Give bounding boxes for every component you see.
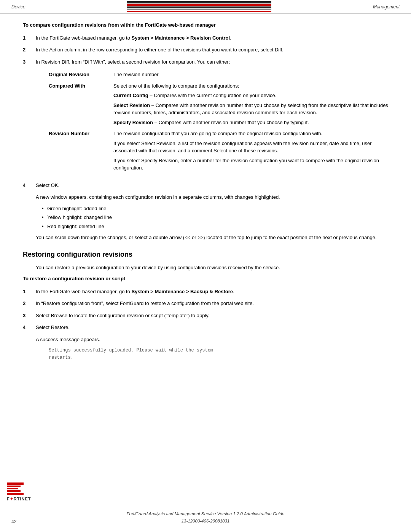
- restore-step-1-number: 1: [23, 288, 29, 296]
- step-3-number: 3: [23, 58, 29, 177]
- stripe-2: [127, 6, 271, 8]
- restore-step-1-content: In the FortiGate web-based manager, go t…: [36, 288, 388, 296]
- highlight-bullet-list: Green highlight: added line Yellow highl…: [42, 205, 388, 230]
- definition-table: Original Revision The revision number Co…: [49, 71, 388, 172]
- footer: FortiGuard Analysis and Management Servi…: [0, 510, 411, 524]
- logo-text: F✦RTINET: [7, 497, 31, 502]
- def-row-original-revision: Original Revision The revision number: [49, 71, 388, 78]
- def-term-original-revision: Original Revision: [49, 71, 106, 78]
- step-1-number: 1: [23, 34, 29, 42]
- step-4-number: 4: [23, 182, 29, 189]
- def-term-revision-number: Revision Number: [49, 130, 106, 137]
- restore-section-title: Restoring configuration revisions: [23, 251, 388, 259]
- restore-step-2-number: 2: [23, 300, 29, 307]
- step-2-number: 2: [23, 46, 29, 54]
- footer-doc-title: FortiGuard Analysis and Management Servi…: [0, 510, 411, 517]
- bullet-item-2: Yellow highlight: changed line: [42, 214, 388, 221]
- logo-bar-bot: [7, 493, 24, 495]
- def-desc-original-revision: The revision number: [113, 71, 388, 78]
- def-term-compared-with: Compared With: [49, 82, 106, 90]
- new-window-text: A new window appears, containing each co…: [23, 193, 388, 201]
- footer-doc-number: 13-12000-406-20081031: [0, 518, 411, 524]
- step-4: 4 Select OK.: [23, 182, 388, 189]
- restore-intro-text: You can restore a previous configuration…: [23, 264, 388, 272]
- step-2-content: In the Action column, in the row corresp…: [36, 46, 388, 54]
- success-text: A success message appears.: [23, 336, 388, 343]
- logo-bar-mid2: [7, 488, 18, 489]
- step-2: 2 In the Action column, in the row corre…: [23, 46, 388, 54]
- restore-subheading: To restore a configuration revision or s…: [23, 275, 388, 283]
- restore-step-4: 4 Select Restore.: [23, 324, 388, 331]
- code-block: Settings successfully uploaded. Please w…: [36, 347, 388, 361]
- def-row-revision-number: Revision Number The revision configurati…: [49, 130, 388, 172]
- def-desc-revision-number: The revision configuration that you are …: [113, 130, 388, 172]
- stripe-1: [127, 1, 271, 3]
- compare-section-heading: To compare configuration revisions from …: [23, 21, 388, 29]
- restore-step-2: 2 In “Restore configuration from”, selec…: [23, 300, 388, 307]
- step-3: 3 In Revision Diff, from “Diff With”, se…: [23, 58, 388, 177]
- code-line-1: Settings successfully uploaded. Please w…: [49, 347, 388, 354]
- restore-step-4-content: Select Restore.: [36, 324, 388, 331]
- logo-bar-mid3: [7, 490, 21, 492]
- logo-graphic: F✦RTINET: [7, 482, 26, 502]
- step-3-content: In Revision Diff, from “Diff With”, sele…: [36, 58, 388, 177]
- fortinet-logo: F✦RTINET: [7, 482, 26, 502]
- header-device-label: Device: [11, 4, 25, 10]
- step-1: 1 In the FortiGate web-based manager, go…: [23, 34, 388, 42]
- bullet-item-3: Red highlight: deleted line: [42, 223, 388, 230]
- restore-step-3-number: 3: [23, 312, 29, 320]
- restore-step-3-content: Select Browse to locate the configuratio…: [36, 312, 388, 320]
- stripe-3: [127, 9, 271, 10]
- stripe-red-2: [127, 11, 271, 12]
- step-4-content: Select OK.: [36, 182, 388, 189]
- header-management-label: Management: [373, 4, 400, 10]
- restore-step-4-number: 4: [23, 324, 29, 331]
- logo-bars-group: [7, 482, 24, 495]
- header-stripes: [127, 1, 271, 12]
- logo-bar-mid1: [7, 486, 21, 487]
- code-line-2: restarts.: [49, 354, 388, 361]
- def-row-compared-with: Compared With Select one of the followin…: [49, 82, 388, 126]
- restore-step-2-content: In “Restore configuration from”, select …: [36, 300, 388, 307]
- bullet-item-1: Green highlight: added line: [42, 205, 388, 212]
- header-bar: Device Management: [0, 0, 411, 14]
- scroll-text: You can scroll down through the changes,…: [23, 234, 388, 241]
- def-desc-compared-with: Select one of the following to compare t…: [113, 82, 388, 126]
- restore-step-3: 3 Select Browse to locate the configurat…: [23, 312, 388, 320]
- logo-bar-top: [7, 482, 24, 485]
- stripe-red-1: [127, 4, 271, 6]
- restore-step-1: 1 In the FortiGate web-based manager, go…: [23, 288, 388, 296]
- step-1-content: In the FortiGate web-based manager, go t…: [36, 34, 388, 42]
- main-content: To compare configuration revisions from …: [0, 14, 411, 380]
